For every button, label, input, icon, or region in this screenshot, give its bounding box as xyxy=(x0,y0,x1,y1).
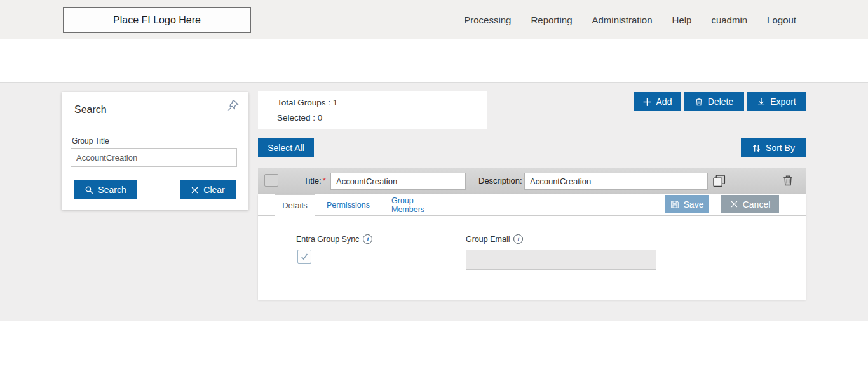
description-label: Description:* xyxy=(478,176,527,185)
nav-administration[interactable]: Administration xyxy=(592,15,653,25)
plus-icon xyxy=(642,97,652,107)
group-title-label: Group Title xyxy=(72,137,109,145)
search-button-label: Search xyxy=(98,185,126,195)
clear-button-label: Clear xyxy=(203,185,224,195)
cancel-button-label: Cancel xyxy=(743,199,771,210)
top-bar: Place FI Logo Here Processing Reporting … xyxy=(0,0,868,39)
group-email-label: Group Email i xyxy=(466,234,523,244)
pin-icon[interactable] xyxy=(226,99,240,113)
group-email-info-icon[interactable]: i xyxy=(513,234,523,244)
save-button[interactable]: Save xyxy=(665,195,709,213)
add-button[interactable]: Add xyxy=(634,92,681,111)
search-button[interactable]: Search xyxy=(74,180,137,199)
sort-by-button[interactable]: Sort By xyxy=(741,138,806,157)
total-groups-text: Total Groups : 1 xyxy=(277,98,337,107)
tab-strip: Details Permissions Group Members Save C… xyxy=(258,194,806,216)
delete-button[interactable]: Delete xyxy=(684,92,744,111)
title-input[interactable] xyxy=(330,173,466,190)
entra-group-sync-label: Entra Group Sync i xyxy=(296,234,372,244)
title-label: Title:* xyxy=(304,176,326,185)
row-trash-icon xyxy=(782,173,794,187)
save-button-label: Save xyxy=(684,199,704,210)
group-email-input[interactable] xyxy=(466,250,656,270)
top-nav: Processing Reporting Administration Help… xyxy=(464,0,796,39)
cancel-icon xyxy=(730,200,738,208)
selected-count-text: Selected : 0 xyxy=(277,113,322,123)
row-delete-button[interactable] xyxy=(781,173,795,189)
entra-group-sync-text: Entra Group Sync xyxy=(296,235,359,244)
export-button-label: Export xyxy=(770,97,796,107)
search-panel: Search Group Title Search Clear xyxy=(62,92,248,210)
cancel-button[interactable]: Cancel xyxy=(721,195,779,213)
delete-button-label: Delete xyxy=(708,97,733,107)
download-icon xyxy=(757,97,766,107)
clear-button[interactable]: Clear xyxy=(180,180,236,199)
sort-by-label: Sort By xyxy=(766,143,795,153)
title-label-text: Title: xyxy=(304,176,322,185)
nav-processing[interactable]: Processing xyxy=(464,15,511,25)
select-all-button[interactable]: Select All xyxy=(258,138,314,157)
sort-icon xyxy=(752,144,761,153)
search-panel-title: Search xyxy=(74,104,107,116)
fi-logo-placeholder: Place FI Logo Here xyxy=(63,7,251,33)
entra-info-icon[interactable]: i xyxy=(363,234,372,244)
nav-logout[interactable]: Logout xyxy=(767,15,796,25)
tab-details[interactable]: Details xyxy=(275,194,315,217)
group-row: Title:* Description:* xyxy=(258,168,806,194)
tab-group-members[interactable]: Group Members xyxy=(391,194,449,216)
entra-group-sync-checkbox[interactable] xyxy=(297,250,311,264)
search-icon xyxy=(85,185,93,194)
save-icon xyxy=(670,200,679,209)
close-icon xyxy=(191,186,199,194)
copy-icon xyxy=(712,173,727,189)
group-detail-panel: Details Permissions Group Members Save C… xyxy=(258,194,806,300)
tab-permissions[interactable]: Permissions xyxy=(326,194,370,216)
check-icon xyxy=(299,251,309,262)
nav-reporting[interactable]: Reporting xyxy=(531,15,572,25)
export-button[interactable]: Export xyxy=(747,92,806,111)
summary-box: Total Groups : 1 Selected : 0 xyxy=(258,91,487,129)
description-input[interactable] xyxy=(524,173,708,190)
select-all-label: Select All xyxy=(268,143,304,153)
nav-user-cuadmin[interactable]: cuadmin xyxy=(711,15,747,25)
row-checkbox[interactable] xyxy=(264,174,278,187)
trash-icon xyxy=(695,97,703,107)
main-content: Search Group Title Search Clear Total Gr… xyxy=(0,83,868,321)
group-title-input[interactable] xyxy=(71,148,237,167)
title-required-mark: * xyxy=(323,176,326,185)
group-email-text: Group Email xyxy=(466,235,510,244)
add-button-label: Add xyxy=(656,97,672,107)
description-label-text: Description: xyxy=(478,176,522,185)
page-header: Group Maintenance i Kinective Sign xyxy=(0,39,868,83)
nav-help[interactable]: Help xyxy=(672,15,692,25)
copy-button[interactable] xyxy=(712,173,727,189)
